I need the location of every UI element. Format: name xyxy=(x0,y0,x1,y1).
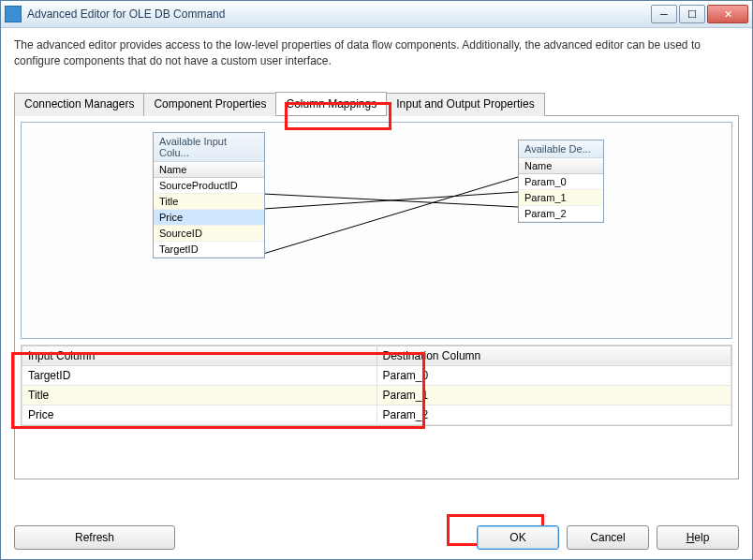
cell-input[interactable]: TargetID xyxy=(22,365,377,385)
help-button[interactable]: HHelpelp xyxy=(657,525,739,550)
input-col-sourceid[interactable]: SourceID xyxy=(154,226,264,242)
input-col-targetid[interactable]: TargetID xyxy=(154,242,264,258)
input-col-price[interactable]: Price xyxy=(154,210,264,226)
col-header-destination[interactable]: Destination Column xyxy=(376,346,731,365)
cancel-button[interactable]: Cancel xyxy=(567,525,649,550)
available-input-columns-box[interactable]: Available Input Colu... Name SourceProdu… xyxy=(153,132,265,258)
tab-panel: Available Input Colu... Name SourceProdu… xyxy=(14,116,739,479)
available-destination-columns-box[interactable]: Available De... Name Param_0 Param_1 Par… xyxy=(518,140,604,223)
input-col-title[interactable]: Title xyxy=(154,194,264,210)
description-text: The advanced editor provides access to t… xyxy=(14,37,739,69)
dest-box-header: Name xyxy=(519,158,603,174)
tab-strip: Connection Managers Component Properties… xyxy=(14,92,739,116)
refresh-button[interactable]: Refresh xyxy=(14,525,175,550)
window-title: Advanced Editor for OLE DB Command xyxy=(27,7,651,21)
cell-dest[interactable]: Param_0 xyxy=(376,365,731,385)
mapping-lines xyxy=(22,123,731,338)
dest-col-param0[interactable]: Param_0 xyxy=(519,174,603,190)
dialog-window: Advanced Editor for OLE DB Command ─ ☐ ✕… xyxy=(0,0,753,560)
cell-input[interactable]: Price xyxy=(22,405,377,424)
table-row: TargetIDParam_0 xyxy=(22,365,731,385)
cell-dest[interactable]: Param_2 xyxy=(376,405,731,424)
input-box-header: Name xyxy=(154,162,264,178)
cell-input[interactable]: Title xyxy=(22,385,377,405)
tab-connection-managers[interactable]: Connection Managers xyxy=(14,93,144,116)
col-header-input[interactable]: Input Column xyxy=(22,346,377,365)
button-bar: Refresh OK Cancel HHelpelp xyxy=(14,525,739,550)
cell-dest[interactable]: Param_1 xyxy=(376,385,731,405)
maximize-button[interactable]: ☐ xyxy=(679,5,705,23)
minimize-button[interactable]: ─ xyxy=(651,5,677,23)
dest-box-title: Available De... xyxy=(519,140,603,158)
tab-component-properties[interactable]: Component Properties xyxy=(143,93,276,116)
mapping-diagram[interactable]: Available Input Colu... Name SourceProdu… xyxy=(21,122,732,339)
tab-column-mappings[interactable]: Column Mappings xyxy=(275,92,387,115)
table-row: PriceParam_2 xyxy=(22,405,731,424)
mapping-grid-container: Input Column Destination Column TargetID… xyxy=(21,345,732,426)
mapping-grid[interactable]: Input Column Destination Column TargetID… xyxy=(22,346,731,425)
tab-io-properties[interactable]: Input and Output Properties xyxy=(386,93,544,116)
table-row: TitleParam_1 xyxy=(22,385,731,405)
input-box-title: Available Input Colu... xyxy=(154,133,264,162)
titlebar[interactable]: Advanced Editor for OLE DB Command ─ ☐ ✕ xyxy=(1,1,752,28)
input-col-sourceproductid[interactable]: SourceProductID xyxy=(154,178,264,194)
svg-line-2 xyxy=(263,177,518,254)
ok-button[interactable]: OK xyxy=(477,525,559,550)
svg-line-1 xyxy=(263,192,518,209)
app-icon xyxy=(5,6,22,22)
close-button[interactable]: ✕ xyxy=(707,5,748,23)
dest-col-param1[interactable]: Param_1 xyxy=(519,190,603,206)
dest-col-param2[interactable]: Param_2 xyxy=(519,206,603,222)
